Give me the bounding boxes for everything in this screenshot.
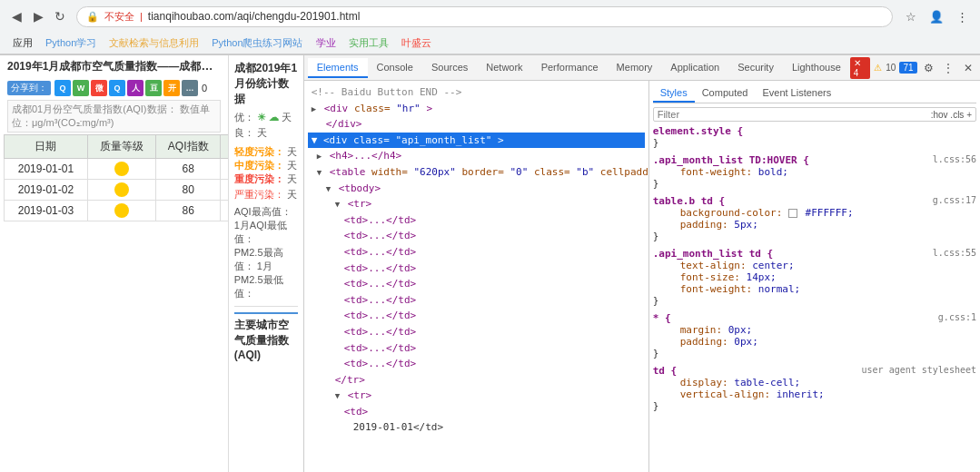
dom-tag-hr: <div	[324, 103, 354, 114]
social-icon-wechat[interactable]: W	[73, 80, 89, 96]
bookmark-python-spider[interactable]: Python爬虫练习网站	[206, 34, 308, 52]
css-brace-close: }	[653, 137, 976, 149]
dom-triangle-hr[interactable]: ▶	[312, 104, 316, 113]
dom-line-hr[interactable]: ▶ <div class= "hr" >	[308, 101, 645, 117]
styles-tab-styles[interactable]: Styles	[653, 84, 695, 103]
css-display-row: display: table-cell;	[653, 377, 976, 388]
dom-td-4: <td>...</td>	[308, 261, 645, 277]
social-icon-qq[interactable]: Q	[54, 80, 71, 96]
right-sidebar: 成都2019年1月份统计数据 优： ☀ ☁ 天 良： 天 轻度污染： 天 中度污…	[228, 55, 303, 472]
tab-elements[interactable]: Elements	[308, 58, 368, 78]
css-table-close: }	[653, 231, 976, 242]
css-td-close: }	[653, 400, 976, 412]
tab-performance[interactable]: Performance	[532, 58, 608, 78]
reload-button[interactable]: ↻	[51, 7, 69, 25]
dom-table-width-val: "620px"	[413, 166, 461, 178]
dom-table-border: border=	[461, 166, 503, 178]
social-icon-more[interactable]: …	[182, 80, 198, 96]
social-icon-weibo[interactable]: 微	[91, 80, 107, 96]
back-button[interactable]: ◀	[7, 7, 25, 25]
css-padding-prop: padding:	[666, 219, 728, 231]
dom-line-tr1[interactable]: ▼ <tr>	[308, 196, 645, 212]
col-date: 日期	[5, 135, 88, 159]
bookmark-tools[interactable]: 实用工具	[343, 34, 394, 52]
social-icon-douban[interactable]: 豆	[145, 80, 162, 96]
dom-td-1: <td>...</td>	[308, 212, 645, 229]
bookmark-python-spider-label: Python爬虫练习网站	[212, 37, 302, 48]
devtools-top-bar: Elements Console Sources Network Perform…	[304, 55, 980, 81]
tab-console[interactable]: Console	[368, 58, 422, 78]
tab-lighthouse[interactable]: Lighthouse	[783, 58, 850, 78]
menu-button[interactable]: ⋮	[951, 5, 973, 27]
dom-triangle-h4[interactable]: ▶	[317, 152, 322, 161]
dom-triangle-tbody[interactable]: ▼	[326, 184, 331, 193]
tab-memory[interactable]: Memory	[608, 58, 662, 78]
css-ta-prop: text-align:	[666, 260, 747, 271]
good-days: 天	[282, 112, 292, 123]
dom-triangle-tr1[interactable]: ▼	[335, 200, 340, 209]
devtools-tabs: Elements Console Sources Network Perform…	[308, 58, 850, 78]
error-badge: ✕ 4	[850, 57, 871, 79]
css-source-api: l.css:55	[933, 248, 976, 258]
css-selector-text: element.style {	[653, 125, 743, 137]
tab-security[interactable]: Security	[728, 58, 783, 78]
star-button[interactable]: ☆	[900, 5, 922, 27]
css-padding-val: 5px;	[734, 219, 758, 231]
cell-aqi: 80	[156, 180, 221, 201]
close-devtools-button[interactable]: ✕	[960, 59, 976, 77]
bookmark-yesheng[interactable]: 叶盛云	[396, 34, 437, 52]
dom-triangle-table[interactable]: ▼	[317, 168, 322, 177]
dom-td1-tag: <td>...</td>	[344, 214, 416, 226]
cell-rank: 177	[221, 201, 228, 221]
social-icon-renren[interactable]: 人	[127, 80, 144, 96]
css-source-star: g.css:1	[938, 312, 976, 322]
dom-line-api-month[interactable]: ▼ <div class= "api_month_list" >	[308, 133, 645, 149]
social-icon-kaixin[interactable]: 开	[163, 80, 180, 96]
bookmark-literature[interactable]: 文献检索与信息利用	[104, 34, 204, 52]
tab-sources[interactable]: Sources	[422, 58, 477, 78]
info-badge: 71	[899, 62, 916, 74]
dom-line-tbody[interactable]: ▼ <tbody>	[308, 181, 645, 197]
dom-line-h4[interactable]: ▶ <h4>...</h4>	[308, 148, 645, 164]
css-fw-row: font-weight: bold;	[653, 166, 976, 178]
more-button[interactable]: ⋮	[940, 59, 956, 77]
account-button[interactable]: 👤	[926, 5, 947, 27]
dom-line-tr2[interactable]: ▼ <tr>	[308, 388, 645, 404]
css-source-hover: l.css:56	[933, 154, 976, 164]
settings-button[interactable]: ⚙	[921, 59, 937, 77]
styles-tab-computed[interactable]: Computed	[695, 84, 756, 103]
forward-button[interactable]: ▶	[29, 7, 47, 25]
bookmark-python[interactable]: Python学习	[40, 34, 102, 52]
good-label: 优：	[234, 112, 254, 123]
bookmark-study[interactable]: 学业	[311, 34, 342, 52]
tab-network[interactable]: Network	[477, 58, 531, 78]
css-selector-api-row: .api_month_list td { l.css:55	[653, 248, 976, 260]
styles-filter-bar[interactable]: :hov .cls +	[653, 107, 976, 122]
styles-filter-input[interactable]	[658, 109, 931, 120]
tab-application[interactable]: Application	[661, 58, 728, 78]
dom-attr-hr-val: "hr"	[396, 103, 421, 114]
dom-td-3: <td>...</td>	[308, 244, 645, 261]
address-bar[interactable]: 🔒 不安全 | tianqihoubao.com/aqi/chengdu-201…	[76, 6, 893, 27]
share-button[interactable]: 分享到：	[7, 81, 51, 95]
social-icon-qzone[interactable]: Q	[109, 80, 125, 96]
css-source-td: user agent stylesheet	[862, 365, 976, 375]
dom-triangle-api[interactable]: ▼	[312, 134, 318, 146]
css-display-val: table-cell;	[734, 377, 800, 388]
css-selector-table: table.b td {	[653, 195, 725, 207]
liang-stat: 良： 天	[234, 126, 298, 140]
css-selector-hover-row: .api_month_list TD:HOVER { l.css:56	[653, 154, 976, 166]
dom-triangle-tr2[interactable]: ▼	[335, 391, 340, 400]
css-fw-val: bold;	[758, 166, 788, 178]
dom-line-table[interactable]: ▼ <table width= "620px" border= "0" clas…	[308, 164, 645, 181]
dom-tr1-tag: <tr>	[348, 198, 372, 210]
styles-tab-event-listeners[interactable]: Event Listeners	[755, 84, 838, 103]
devtools-body: <!-- Baidu Button END --> ▶ <div class= …	[304, 81, 980, 472]
dom-td-10: <td>...</td>	[308, 356, 645, 372]
bookmark-apps[interactable]: 应用	[7, 34, 38, 52]
dom-td2-tag: <td>...</td>	[344, 230, 416, 241]
css-fs-row: font-size: 14px;	[653, 271, 976, 283]
heavy-pollution-val: 天	[287, 173, 297, 184]
css-star-close: }	[653, 348, 976, 359]
dom-attr-api-class: class=	[353, 134, 390, 146]
